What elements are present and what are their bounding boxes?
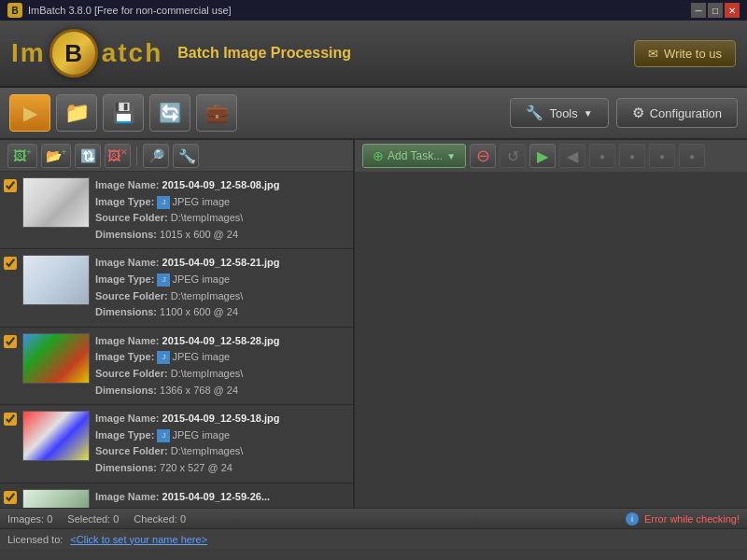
image-list-scrollable[interactable]: Image Name: 2015-04-09_12-58-08.jpg Imag…: [0, 172, 353, 508]
add-green-icon: 🖼: [13, 148, 26, 163]
image-list-toolbar: 🖼+ 📂+ 🔃 🖼✕ 🔎 🔧 ▼: [0, 140, 353, 172]
run-tasks-button[interactable]: ▶: [529, 144, 556, 168]
type-label: Image Type:: [95, 196, 154, 207]
image-type-value: JPEG image: [172, 273, 230, 285]
image-name-value: 2015-04-09_12-59-18.jpg: [162, 413, 280, 424]
toolbar-sync-button[interactable]: 🔄: [149, 94, 190, 132]
stop-tasks-button[interactable]: ◀: [559, 144, 585, 168]
image-metadata: Image Name: 2015-04-09_12-58-28.jpg Imag…: [95, 333, 349, 399]
dim-label: Dimensions:: [95, 385, 157, 396]
toolbar-tasks-button[interactable]: 💼: [196, 94, 237, 132]
image-type-value: JPEG image: [172, 196, 230, 207]
source-value: D:\tempImages\: [171, 445, 244, 456]
logo-area: Im B atch Batch Image Processing: [11, 29, 351, 77]
name-label: Image Name:: [95, 257, 159, 268]
table-row[interactable]: Image Name: 2015-04-09_12-58-08.jpg Imag…: [0, 172, 353, 249]
checked-count: Checked: 0: [134, 513, 186, 525]
source-label: Source Folder:: [95, 445, 168, 456]
minimize-button[interactable]: ─: [691, 3, 706, 18]
undo-task-button[interactable]: ↺: [500, 144, 526, 168]
image-name-value: 2015-04-09_12-58-28.jpg: [162, 335, 280, 346]
dropdown-arrow-icon: ▼: [190, 158, 197, 166]
table-row[interactable]: Image Name: 2015-04-09_12-58-28.jpg Imag…: [0, 328, 353, 405]
task-ctrl-b4[interactable]: ●: [679, 144, 705, 168]
selected-count: Selected: 0: [67, 513, 119, 525]
toolbar-open-button[interactable]: ▶: [9, 94, 50, 132]
jpeg-icon: J: [157, 273, 170, 287]
task-icon-b1: ●: [599, 151, 605, 161]
task-ctrl-b1[interactable]: ●: [589, 144, 615, 168]
toolbar-folder-button[interactable]: 📁: [56, 94, 97, 132]
write-to-us-button[interactable]: ✉ Write to us: [634, 40, 736, 67]
undo-icon: ↺: [507, 147, 519, 165]
tools-icon: 🔧: [526, 105, 543, 121]
add-task-dropdown-icon: ▼: [446, 151, 456, 161]
name-label: Image Name:: [95, 335, 159, 346]
close-button[interactable]: ✕: [725, 3, 740, 18]
name-label: Image Name:: [95, 179, 159, 190]
images-count: Images: 0: [7, 513, 52, 525]
statusbar-left: Images: 0 Selected: 0 Checked: 0: [7, 513, 626, 525]
table-row[interactable]: Image Name: 2015-04-09_12-59-26...: [0, 483, 353, 509]
name-label: Image Name:: [95, 491, 159, 502]
jpeg-icon: J: [157, 351, 170, 364]
source-value: D:\tempImages\: [171, 212, 244, 223]
image-checkbox[interactable]: [4, 491, 17, 504]
task-ctrl-b3[interactable]: ●: [649, 144, 675, 168]
license-name-button[interactable]: <Click to set your name here>: [70, 534, 207, 545]
configuration-button[interactable]: ⚙ Configuration: [616, 98, 738, 128]
error-message: Error while checking!: [644, 513, 740, 525]
license-prefix: Licensed to:: [7, 534, 63, 545]
filter-button[interactable]: 🔎: [143, 144, 169, 168]
dim-value: 1015 x 600 @ 24: [160, 229, 238, 240]
add-task-button[interactable]: ⊕ Add Task... ▼: [362, 144, 466, 168]
image-type-value: JPEG image: [172, 429, 230, 441]
envelope-icon: ✉: [648, 47, 658, 61]
image-name-value: 2015-04-09_12-58-21.jpg: [162, 257, 280, 268]
window-controls: ─ □ ✕: [691, 3, 740, 18]
remove-task-button[interactable]: ⊖: [470, 144, 496, 168]
statusbar-right: i Error while checking!: [626, 512, 740, 525]
image-thumbnail: [22, 411, 90, 461]
source-label: Source Folder:: [95, 290, 168, 301]
add-folder-button[interactable]: 📂+: [41, 144, 71, 168]
remove-button[interactable]: 🖼✕: [105, 144, 131, 168]
task-ctrl-b2[interactable]: ●: [619, 144, 645, 168]
image-type-value: JPEG image: [172, 351, 230, 362]
app-icon: B: [7, 3, 22, 18]
tasks-area: [355, 172, 747, 508]
logo-im: Im: [11, 38, 46, 68]
table-row[interactable]: Image Name: 2015-04-09_12-59-18.jpg Imag…: [0, 405, 353, 483]
tools-button[interactable]: 🔧 Tools ▼: [510, 98, 608, 128]
image-checkbox[interactable]: [4, 179, 17, 192]
source-value: D:\tempImages\: [171, 368, 244, 379]
tagline: Batch Image Processing: [177, 45, 351, 62]
remove-icon: 🖼: [107, 148, 120, 163]
name-label: Image Name:: [95, 413, 159, 424]
image-checkbox[interactable]: [4, 335, 17, 348]
status-indicator-icon: i: [626, 512, 639, 525]
table-row[interactable]: Image Name: 2015-04-09_12-58-21.jpg Imag…: [0, 249, 353, 327]
sub-toolbar-divider: [136, 147, 137, 165]
jpeg-icon: J: [157, 429, 170, 442]
jpeg-icon: J: [157, 196, 170, 209]
image-thumbnail: [22, 489, 90, 509]
image-checkbox[interactable]: [4, 257, 17, 270]
image-metadata: Image Name: 2015-04-09_12-59-18.jpg Imag…: [95, 411, 349, 476]
toolbar-save-button[interactable]: 💾: [103, 94, 144, 132]
save-icon: 💾: [112, 102, 135, 124]
titlebar: B ImBatch 3.8.0 [Free for non-commercial…: [0, 0, 747, 21]
image-checkbox[interactable]: [4, 413, 17, 426]
image-settings-button[interactable]: 🔧 ▼: [173, 144, 199, 168]
task-icon-b2: ●: [629, 151, 635, 161]
write-to-us-label: Write to us: [664, 47, 722, 61]
config-icon: ⚙: [632, 105, 644, 121]
add-images-button[interactable]: 🖼+: [7, 144, 37, 168]
image-name-value: 2015-04-09_12-58-08.jpg: [162, 179, 280, 190]
maximize-button[interactable]: □: [708, 3, 723, 18]
main-toolbar: ▶ 📁 💾 🔄 💼 🔧 Tools ▼ ⚙ Configuration: [0, 88, 747, 140]
refresh-list-button[interactable]: 🔃: [75, 144, 101, 168]
run-icon: ▶: [537, 147, 548, 165]
image-list-panel: 🖼+ 📂+ 🔃 🖼✕ 🔎 🔧 ▼: [0, 140, 355, 508]
logo-badge: B: [49, 29, 98, 77]
